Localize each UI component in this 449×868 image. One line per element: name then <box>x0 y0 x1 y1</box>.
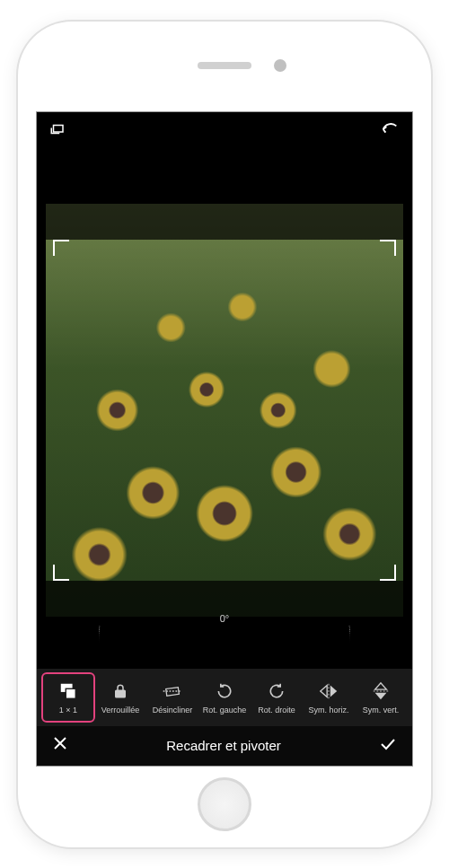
app-screen: 0° 1 × 1 Verrouillée Désinc <box>36 111 413 767</box>
flip-horizontal-icon <box>319 680 339 702</box>
svg-rect-2 <box>66 688 75 698</box>
phone-frame: 0° 1 × 1 Verrouillée Désinc <box>18 22 431 847</box>
tool-lock[interactable]: Verrouillée <box>95 674 145 721</box>
angle-arc[interactable] <box>99 626 350 645</box>
crop-handle-bl[interactable] <box>53 565 69 581</box>
phone-speaker <box>198 62 251 69</box>
crop-toolbar: 1 × 1 Verrouillée Désincliner Rot. gauch… <box>37 669 412 726</box>
tool-aspect-ratio[interactable]: 1 × 1 <box>43 674 93 721</box>
tool-label: Verrouillée <box>101 706 140 715</box>
undo-icon[interactable] <box>380 122 400 140</box>
tool-flip-horizontal[interactable]: Sym. horiz. <box>304 674 354 721</box>
tool-rotate-right[interactable]: Rot. droite <box>251 674 302 721</box>
tool-label: Sym. vert. <box>363 706 400 715</box>
rotate-left-icon <box>216 680 233 702</box>
fullscreen-icon[interactable] <box>49 121 66 141</box>
crop-handle-tl[interactable] <box>53 240 69 256</box>
bottom-bar: Recadrer et pivoter <box>37 726 412 766</box>
tool-label: Rot. gauche <box>203 706 247 715</box>
mode-title: Recadrer et pivoter <box>166 738 281 753</box>
angle-value: 0° <box>220 613 230 624</box>
top-bar <box>37 112 412 150</box>
svg-rect-3 <box>116 690 126 697</box>
tool-rotate-left[interactable]: Rot. gauche <box>199 674 250 721</box>
phone-camera <box>274 59 286 72</box>
aspect-ratio-icon <box>58 680 78 702</box>
tool-label: Désincliner <box>153 706 193 715</box>
tool-flip-vertical[interactable]: Sym. vert. <box>356 674 406 721</box>
lock-icon <box>112 680 128 702</box>
home-button[interactable] <box>198 777 251 831</box>
crop-mask-bottom <box>46 581 403 617</box>
svg-rect-0 <box>54 125 64 132</box>
crop-canvas[interactable]: 0° <box>46 204 403 617</box>
tool-label: Sym. horiz. <box>308 706 348 715</box>
crop-handle-br[interactable] <box>380 565 396 581</box>
flip-vertical-icon <box>373 680 389 702</box>
confirm-button[interactable] <box>380 736 396 755</box>
tool-straighten[interactable]: Désincliner <box>147 674 198 721</box>
straighten-icon <box>162 680 183 702</box>
angle-indicator[interactable]: 0° <box>99 613 350 645</box>
crop-handle-tr[interactable] <box>380 240 396 256</box>
crop-frame[interactable] <box>53 240 396 581</box>
cancel-button[interactable] <box>53 736 67 755</box>
rotate-right-icon <box>268 680 286 702</box>
tool-label: Rot. droite <box>258 706 295 715</box>
crop-mask-top <box>46 204 403 240</box>
tool-label: 1 × 1 <box>59 706 77 715</box>
